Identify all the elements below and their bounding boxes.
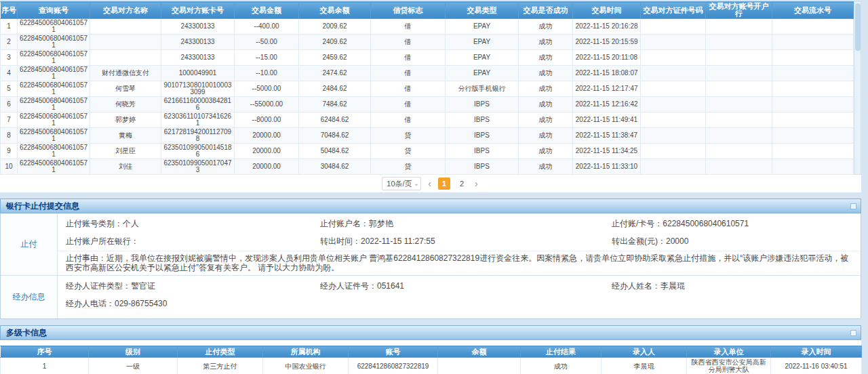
column-header: 所属机构	[263, 346, 349, 358]
cell	[706, 35, 772, 50]
cell: 财付通微信支付	[90, 66, 161, 81]
cell	[772, 159, 854, 175]
column-header: 交易对方账卡号	[161, 2, 235, 19]
cell: 贷	[371, 144, 446, 159]
cell: 黄梅	[90, 128, 161, 144]
table-row[interactable]: 26228450068040610571243300133--50.002409…	[1, 35, 854, 50]
cell: 1	[1, 358, 89, 374]
cell: 20000.00	[235, 128, 299, 144]
prev-page-button[interactable]: ‹	[427, 179, 433, 188]
column-header: 序号	[1, 346, 89, 358]
cell: 6	[1, 97, 18, 112]
cell: 2022-11-15 11:49:41	[573, 112, 641, 128]
table-row[interactable]: 46228450068040610571财付通微信支付1000049901--1…	[1, 66, 854, 81]
table-row[interactable]: 36228450068040610571243300133--15.002459…	[1, 50, 854, 66]
cell: 第三方止付	[178, 358, 263, 374]
field-agent-id-number: 经办人证件号：051641	[320, 281, 612, 291]
cell: 20000.00	[235, 159, 299, 175]
collapse-icon[interactable]	[850, 330, 856, 336]
cell: 2009.62	[299, 19, 371, 35]
stop-payment-body: 止付 止付账号类别：个人 止付账户名：郭梦艳 止付账/卡号：6228450068…	[0, 213, 861, 319]
cell	[90, 19, 161, 35]
cell: 成功	[519, 81, 573, 97]
column-header: 查询账号	[18, 2, 90, 19]
table-row[interactable]: 96228450068040610571刘星臣62350109905001451…	[1, 144, 854, 159]
cell: 6228412860827322819	[349, 358, 438, 374]
cell	[706, 19, 772, 35]
vertical-scrollbar[interactable]	[854, 1, 861, 175]
cell	[641, 66, 706, 81]
cell	[706, 66, 772, 81]
page-size-select[interactable]: 10条/页 ⌄	[382, 177, 421, 190]
cell: 借	[371, 19, 446, 35]
cell	[641, 128, 706, 144]
cell: IBPS	[446, 159, 519, 175]
table-row[interactable]: 86228450068040610571黄梅621728194200112709…	[1, 128, 854, 144]
next-page-button[interactable]: ›	[473, 179, 479, 188]
cell: 6216611600003842816	[161, 97, 235, 112]
cell: --10.00	[235, 66, 299, 81]
cell	[706, 112, 772, 128]
table-row[interactable]: 16228450068040610571243300133--400.00200…	[1, 19, 854, 35]
cell: 2022-11-15 11:33:10	[573, 159, 641, 175]
cell: 借	[371, 112, 446, 128]
column-header: 交易对方账号开户行	[706, 2, 772, 19]
field-agent-name: 经办人姓名：李晨琨	[612, 281, 855, 291]
cell	[772, 35, 854, 50]
chevron-down-icon: ⌄	[414, 180, 419, 187]
field-agent-phone: 经办人电话：029-86755430	[66, 299, 320, 309]
cell	[706, 50, 772, 66]
cell: 2022-11-15 20:16:28	[573, 19, 641, 35]
page-1-button[interactable]: 1	[438, 178, 450, 190]
table-row[interactable]: 66228450068040610571何晓芳62166116000038428…	[1, 97, 854, 112]
table-row[interactable]: 106228450068040610571刘佳62350109905001704…	[1, 159, 854, 175]
column-header: 交易对方证件号码	[641, 2, 706, 19]
cell: 6230361101073416261	[161, 112, 235, 128]
cell: EPAY	[446, 50, 519, 66]
cell	[772, 112, 854, 128]
cell: 借	[371, 35, 446, 50]
collapse-icon[interactable]	[850, 203, 856, 209]
cell	[772, 50, 854, 66]
cell: 2409.62	[299, 35, 371, 50]
field-account-type: 止付账号类别：个人	[66, 219, 320, 229]
column-header: 交易流水号	[772, 2, 854, 19]
cell: --15.00	[235, 50, 299, 66]
cell	[706, 144, 772, 159]
cell: --55000.00	[235, 97, 299, 112]
pagination: 10条/页 ⌄ ‹ 1 2 ›	[0, 175, 861, 192]
cell	[772, 81, 854, 97]
cell: 借	[371, 81, 446, 97]
cell: 2022-11-15 12:17:47	[573, 81, 641, 97]
stop-payment-section-header: 银行卡止付提交信息	[0, 199, 861, 213]
cell	[772, 66, 854, 81]
cell: 陕西省西安市公安局高新分局刑警大队	[687, 358, 771, 374]
cell: 成功	[519, 144, 573, 159]
stop-payment-content: 止付账号类别：个人 止付账户名：郭梦艳 止付账/卡号：6228450068040…	[58, 213, 861, 275]
cell	[641, 97, 706, 112]
cell: 6228450068040610571	[18, 159, 90, 175]
cell: 6217281942001127098	[161, 128, 235, 144]
cell: --400.00	[235, 19, 299, 35]
cell: 2022-11-15 11:38:47	[573, 128, 641, 144]
cell	[90, 50, 161, 66]
table-row[interactable]: 1一级第三方止付中国农业银行6228412860827322819成功李晨琨陕西…	[1, 358, 862, 374]
page-2-button[interactable]: 2	[456, 178, 468, 190]
header-row: 序号查询账号交易对方名称交易对方账卡号交易金额交易余额借贷标志交易类型交易是否成…	[1, 2, 854, 19]
table-row[interactable]: 56228450068040610571何雪琴90107130801001000…	[1, 81, 854, 97]
cell: 贷	[371, 159, 446, 175]
table-row[interactable]: 76228450068040610571郭梦婷62303611010734162…	[1, 112, 854, 128]
agent-info-fields: 经办人证件类型：警官证 经办人证件号：051641 经办人姓名：李晨琨 经办人电…	[58, 276, 861, 318]
scrollbar-thumb[interactable]	[855, 3, 861, 51]
field-transfer-time: 转出时间：2022-11-15 11:27:55	[320, 236, 612, 247]
cell: 4	[1, 66, 18, 81]
column-header: 交易时间	[573, 2, 641, 19]
header-row: 序号级别止付类型所属机构账号余额止付结果录入人录入单位录入时间	[1, 346, 862, 358]
cell	[706, 81, 772, 97]
agent-info-content: 经办人证件类型：警官证 经办人证件号：051641 经办人姓名：李晨琨 经办人电…	[58, 276, 861, 318]
cell: 243300133	[161, 35, 235, 50]
cell	[641, 35, 706, 50]
cell	[772, 19, 854, 35]
cell	[438, 358, 521, 374]
cell: 6228450068040610571	[18, 81, 90, 97]
